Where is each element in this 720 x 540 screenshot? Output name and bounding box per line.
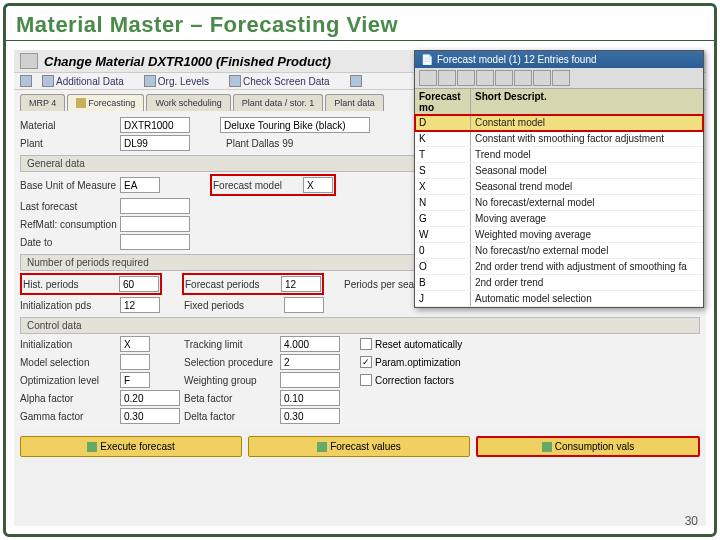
wgrp-field[interactable] [280, 372, 340, 388]
popup-row[interactable]: TTrend model [415, 147, 703, 163]
forecast-periods-field[interactable] [281, 276, 321, 292]
fixed-periods-field[interactable] [284, 297, 324, 313]
init-pds-label: Initialization pds [20, 300, 120, 311]
material-label: Material [20, 120, 120, 131]
hist-periods-field[interactable] [119, 276, 159, 292]
forecast-periods-group: Forecast periods [182, 273, 324, 295]
popup-desc-cell: No forecast/no external model [471, 243, 703, 258]
init-label: Initialization [20, 339, 120, 350]
corr-checkbox[interactable] [360, 374, 372, 386]
popup-code-cell: W [415, 227, 471, 242]
plant-field[interactable] [120, 135, 190, 151]
program-icon[interactable] [20, 53, 38, 69]
popup-header-row: Forecast mo Short Descript. [415, 89, 703, 115]
window-title: Change Material DXTR1000 (Finished Produ… [40, 54, 331, 69]
forecast-model-label: Forecast model [213, 180, 303, 191]
delta-field[interactable] [280, 408, 340, 424]
tab-label: Plant data / stor. 1 [242, 98, 315, 108]
popup-row[interactable]: XSeasonal trend model [415, 179, 703, 195]
popup-col-code[interactable]: Forecast mo [415, 89, 471, 115]
execute-icon [87, 442, 97, 452]
modelsel-field[interactable] [120, 354, 150, 370]
slide-title: Material Master – Forecasting View [6, 6, 714, 41]
last-forecast-field[interactable] [120, 198, 190, 214]
button-label: Consumption vals [555, 441, 634, 452]
buom-field[interactable] [120, 177, 160, 193]
popup-col-desc[interactable]: Short Descript. [471, 89, 703, 115]
forecast-model-popup: 📄 Forecast model (1) 12 Entries found Fo… [414, 50, 704, 308]
tab-label: Plant data [334, 98, 375, 108]
optlvl-field[interactable] [120, 372, 150, 388]
popup-row[interactable]: DConstant model [415, 115, 703, 131]
popup-tb-find[interactable] [457, 70, 475, 86]
tab-mrp4[interactable]: MRP 4 [20, 94, 65, 111]
refmat-field[interactable] [120, 216, 190, 232]
hist-periods-group: Hist. periods [20, 273, 162, 295]
tab-plant1[interactable]: Plant data / stor. 1 [233, 94, 324, 111]
toolbar-org-levels[interactable]: Org. Levels [144, 75, 219, 87]
popup-row[interactable]: SSeasonal model [415, 163, 703, 179]
gamma-label: Gamma factor [20, 411, 120, 422]
last-forecast-label: Last forecast [20, 201, 120, 212]
dateto-field[interactable] [120, 234, 190, 250]
init-field[interactable] [120, 336, 150, 352]
beta-field[interactable] [280, 390, 340, 406]
popup-tb-settings[interactable] [533, 70, 551, 86]
tab-work-sched[interactable]: Work scheduling [146, 94, 230, 111]
cons-icon [542, 442, 552, 452]
popup-tb-accept[interactable] [419, 70, 437, 86]
consumption-vals-button[interactable]: Consumption vals [476, 436, 700, 457]
popup-desc-cell: 2nd order trend with adjustment of smoot… [471, 259, 703, 274]
tracking-field[interactable] [280, 336, 340, 352]
toolbar-back[interactable] [20, 75, 32, 87]
popup-row[interactable]: NNo forecast/external model [415, 195, 703, 211]
page-number: 30 [685, 514, 698, 528]
alpha-field[interactable] [120, 390, 180, 406]
popup-row[interactable]: 0No forecast/no external model [415, 243, 703, 259]
modelsel-label: Model selection [20, 357, 120, 368]
popup-code-cell: J [415, 291, 471, 306]
popup-tb-sort[interactable] [438, 70, 456, 86]
gamma-field[interactable] [120, 408, 180, 424]
popup-tb-filter[interactable] [476, 70, 494, 86]
door-icon [20, 75, 32, 87]
selproc-field[interactable] [280, 354, 340, 370]
popup-titlebar: 📄 Forecast model (1) 12 Entries found [415, 51, 703, 68]
dateto-label: Date to [20, 237, 120, 248]
forecast-periods-label: Forecast periods [185, 279, 281, 290]
popup-tb-print[interactable] [495, 70, 513, 86]
forecast-model-field[interactable] [303, 177, 333, 193]
popup-tb-export[interactable] [514, 70, 532, 86]
paramopt-checkbox[interactable]: ✓ [360, 356, 372, 368]
selproc-label: Selection procedure [184, 357, 280, 368]
popup-tb-close[interactable] [552, 70, 570, 86]
popup-row[interactable]: KConstant with smoothing factor adjustme… [415, 131, 703, 147]
popup-toolbar [415, 68, 703, 89]
sap-window: Change Material DXTR1000 (Finished Produ… [14, 50, 706, 526]
material-field[interactable] [120, 117, 190, 133]
popup-row[interactable]: O2nd order trend with adjustment of smoo… [415, 259, 703, 275]
toolbar-additional-data[interactable]: Additional Data [42, 75, 134, 87]
popup-desc-cell: 2nd order trend [471, 275, 703, 290]
material-desc[interactable] [220, 117, 370, 133]
toolbar-lock[interactable] [350, 75, 362, 87]
tab-forecasting[interactable]: Forecasting [67, 94, 144, 111]
execute-forecast-button[interactable]: Execute forecast [20, 436, 242, 457]
reset-checkbox[interactable] [360, 338, 372, 350]
optlvl-label: Optimization level [20, 375, 120, 386]
toolbar-check-screen[interactable]: Check Screen Data [229, 75, 340, 87]
tab-plant2[interactable]: Plant data [325, 94, 384, 111]
button-label: Execute forecast [100, 441, 174, 452]
popup-row[interactable]: WWeighted moving average [415, 227, 703, 243]
popup-row[interactable]: GMoving average [415, 211, 703, 227]
delta-label: Delta factor [184, 411, 280, 422]
init-pds-field[interactable] [120, 297, 160, 313]
popup-row[interactable]: B2nd order trend [415, 275, 703, 291]
tracking-label: Tracking limit [184, 339, 280, 350]
tab-icon [76, 98, 86, 108]
button-label: Forecast values [330, 441, 401, 452]
popup-row[interactable]: JAutomatic model selection [415, 291, 703, 307]
popup-desc-cell: Moving average [471, 211, 703, 226]
forecast-values-button[interactable]: Forecast values [248, 436, 470, 457]
popup-desc-cell: Constant model [471, 115, 703, 130]
